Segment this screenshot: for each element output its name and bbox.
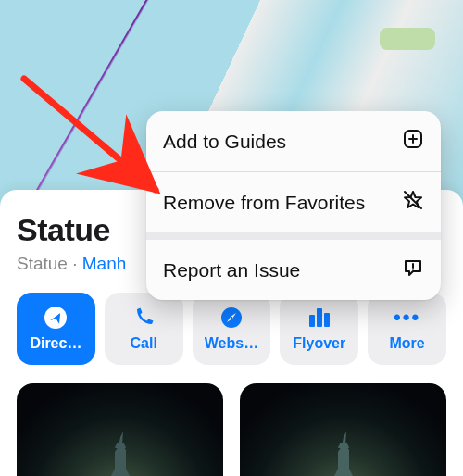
more-label: More	[389, 335, 424, 352]
menu-item-label: Report an Issue	[163, 259, 300, 282]
map-park-shape	[380, 28, 435, 50]
directions-icon	[44, 306, 68, 330]
star-slash-icon	[402, 189, 424, 216]
svg-point-2	[231, 317, 233, 319]
separator: ·	[68, 254, 82, 273]
place-location-link[interactable]: Manh	[82, 254, 127, 273]
menu-item-add-to-guides[interactable]: Add to Guides	[146, 111, 441, 171]
menu-item-report-issue[interactable]: Report an Issue	[146, 240, 441, 300]
place-photo[interactable]	[240, 383, 446, 476]
website-button[interactable]: Webs…	[193, 293, 271, 365]
directions-label: Direc…	[30, 335, 81, 352]
svg-rect-3	[309, 315, 315, 327]
menu-item-label: Add to Guides	[163, 131, 286, 153]
svg-rect-5	[324, 313, 330, 327]
menu-group-separator	[146, 232, 441, 240]
call-button[interactable]: Call	[105, 293, 183, 365]
plus-square-icon	[402, 128, 424, 155]
statue-silhouette-icon	[98, 432, 143, 476]
phone-icon	[131, 306, 156, 330]
compass-icon	[219, 306, 244, 330]
more-icon: •••	[394, 306, 420, 330]
more-button[interactable]: ••• More	[368, 293, 446, 365]
svg-point-12	[412, 269, 413, 270]
menu-item-remove-from-favorites[interactable]: Remove from Favorites	[146, 172, 441, 232]
map-route-line	[31, 0, 153, 200]
flyover-button[interactable]: Flyover	[280, 293, 358, 365]
website-label: Webs…	[205, 335, 258, 352]
context-menu: Add to Guides Remove from Favorites Repo…	[146, 111, 441, 300]
menu-item-label: Remove from Favorites	[163, 192, 365, 214]
svg-rect-4	[317, 308, 322, 327]
place-type-label: Statue	[17, 254, 68, 273]
place-photo[interactable]	[17, 383, 223, 476]
statue-silhouette-icon	[321, 432, 366, 476]
action-row: Direc… Call Webs…	[17, 293, 446, 365]
buildings-icon	[307, 306, 332, 330]
directions-button[interactable]: Direc…	[17, 293, 95, 365]
call-label: Call	[131, 335, 157, 352]
report-bubble-icon	[402, 257, 424, 283]
flyover-label: Flyover	[293, 335, 345, 352]
photo-row	[17, 383, 446, 476]
